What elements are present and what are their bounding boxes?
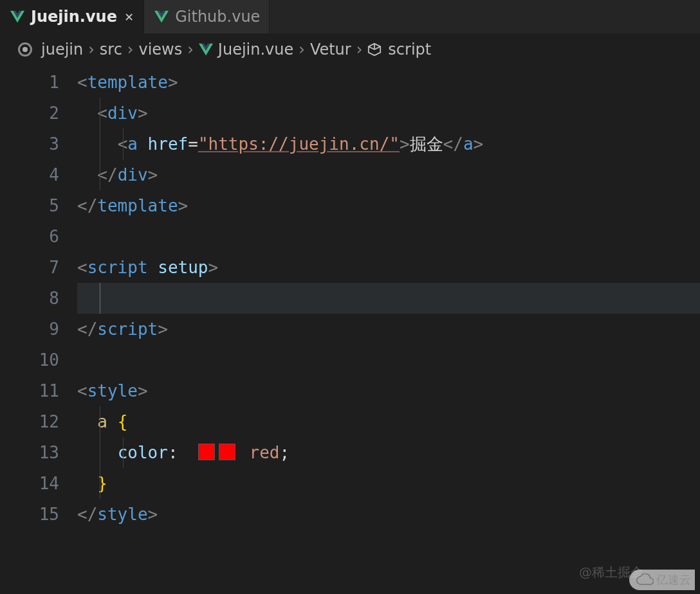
code-area[interactable]: <template> <div> <a href="https://juejin… [77, 66, 700, 530]
chevron-right-icon: › [187, 40, 194, 59]
bc-project[interactable]: juejin [41, 40, 83, 59]
line-number: 9 [0, 314, 77, 345]
line-number: 14 [0, 468, 77, 499]
code-line[interactable]: } [77, 468, 700, 499]
code-line[interactable]: <script setup> [77, 252, 700, 283]
line-number: 10 [0, 345, 77, 375]
code-line[interactable]: <a href="https://juejin.cn/">掘金</a> [77, 129, 700, 159]
color-swatch[interactable] [219, 444, 235, 460]
vue-icon [10, 10, 24, 23]
code-line[interactable] [77, 221, 700, 252]
chevron-right-icon: › [88, 40, 95, 59]
line-number: 8 [0, 283, 77, 314]
code-line[interactable]: </script> [77, 314, 700, 345]
chevron-right-icon: › [299, 40, 305, 59]
bc-views[interactable]: views [138, 40, 182, 59]
breadcrumb[interactable]: juejin › src › views › Juejin.vue › Vetu… [0, 33, 700, 66]
bc-vetur[interactable]: Vetur [310, 40, 351, 59]
line-number: 2 [0, 98, 77, 129]
line-number: 4 [0, 159, 77, 190]
cloud-icon [636, 573, 654, 586]
line-number: 11 [0, 375, 77, 406]
tab-github[interactable]: Github.vue [144, 0, 270, 33]
code-line[interactable] [77, 345, 700, 375]
code-line[interactable]: <div> [77, 98, 700, 129]
code-line[interactable]: <style> [77, 375, 700, 406]
editor[interactable]: 1 2 3 4 5 6 7 8 9 10 11 12 13 14 15 <tem… [0, 66, 700, 530]
code-line[interactable]: <template> [77, 67, 700, 98]
line-number: 7 [0, 252, 77, 283]
tab-juejin[interactable]: Juejin.vue ✕ [0, 0, 144, 33]
bc-file[interactable]: Juejin.vue [218, 40, 293, 59]
code-line-current[interactable] [77, 283, 700, 314]
tab-label-github: Github.vue [175, 8, 260, 26]
module-icon [367, 40, 383, 59]
line-number: 12 [0, 406, 77, 437]
gutter: 1 2 3 4 5 6 7 8 9 10 11 12 13 14 15 [0, 66, 77, 530]
close-icon[interactable]: ✕ [124, 10, 134, 24]
target-icon [18, 42, 32, 57]
vue-icon [199, 43, 213, 56]
code-line[interactable]: color: red; [77, 437, 700, 468]
line-number: 13 [0, 437, 77, 468]
watermark-brand: 亿速云 [629, 570, 695, 590]
line-number: 3 [0, 129, 77, 159]
line-number: 1 [0, 67, 77, 98]
code-line[interactable]: </div> [77, 159, 700, 190]
code-line[interactable]: a { [77, 406, 700, 437]
chevron-right-icon: › [356, 40, 363, 59]
code-line[interactable]: </template> [77, 190, 700, 221]
bc-script[interactable]: script [388, 40, 431, 59]
bc-src[interactable]: src [100, 40, 122, 59]
vue-icon [154, 10, 169, 23]
line-number: 5 [0, 190, 77, 221]
line-number: 6 [0, 221, 77, 252]
line-number: 15 [0, 499, 77, 530]
code-line[interactable]: </style> [77, 499, 700, 530]
tab-bar: Juejin.vue ✕ Github.vue [0, 0, 700, 33]
chevron-right-icon: › [127, 40, 134, 59]
color-swatch[interactable] [198, 444, 215, 460]
tab-label-active: Juejin.vue [31, 8, 117, 26]
